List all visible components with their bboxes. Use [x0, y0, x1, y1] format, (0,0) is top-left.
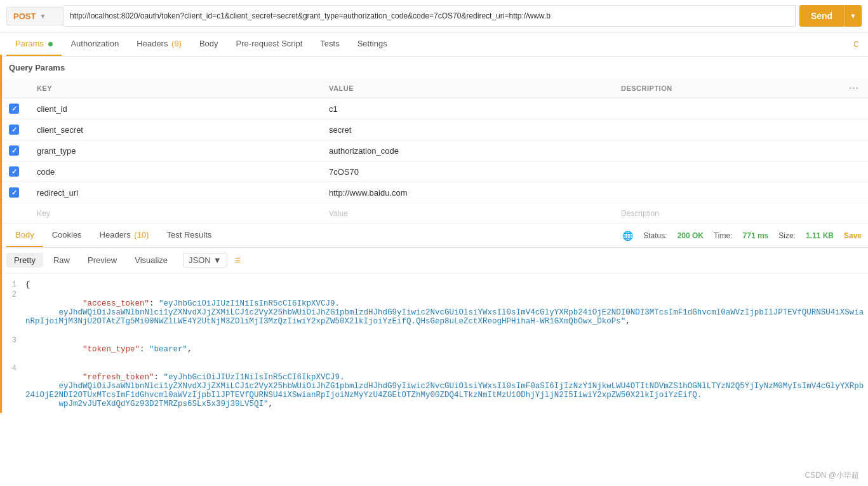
- table-row: client_secret secret: [0, 119, 868, 140]
- format-select[interactable]: JSON ▼: [183, 253, 227, 267]
- checkbox-cell-2[interactable]: [0, 140, 28, 161]
- method-select[interactable]: POST ▼: [6, 7, 63, 25]
- tab-authorization-label: Authorization: [70, 39, 119, 48]
- new-value-placeholder: Value: [329, 209, 348, 218]
- visualize-button[interactable]: Visualize: [127, 253, 175, 267]
- line-content-3: "token_type": "bearer",: [25, 336, 868, 363]
- key-cell-2[interactable]: grant_type: [28, 140, 320, 161]
- actions-cell-1: [840, 119, 868, 140]
- key-text-0: client_id: [37, 104, 67, 114]
- key-text-1: client_secret: [37, 125, 83, 135]
- tab-headers[interactable]: Headers (9): [128, 32, 190, 56]
- checkbox-cell-3[interactable]: [0, 161, 28, 182]
- globe-icon[interactable]: 🌐: [622, 231, 633, 241]
- tab-settings-label: Settings: [357, 39, 387, 48]
- value-text-4: http://www.baidu.com: [329, 188, 408, 198]
- new-desc-cell[interactable]: Description: [612, 203, 840, 224]
- value-text-0: c1: [329, 104, 338, 114]
- table-row: grant_type authorization_code: [0, 140, 868, 161]
- headers-badge: (9): [171, 39, 182, 48]
- col-desc-header: DESCRIPTION: [612, 79, 840, 98]
- tab-tests[interactable]: Tests: [311, 32, 348, 56]
- pretty-button[interactable]: Pretty: [6, 253, 43, 267]
- desc-cell-2[interactable]: [612, 140, 840, 161]
- key-cell-0[interactable]: client_id: [28, 98, 320, 119]
- code-area: 1 { 2 "access_token": "eyJhbGciOiJIUzI1N…: [0, 273, 868, 413]
- tab-body[interactable]: Body: [190, 32, 227, 56]
- checkbox-4[interactable]: [9, 187, 19, 198]
- value-cell-3[interactable]: 7cOS70: [320, 161, 612, 182]
- new-key-placeholder: Key: [37, 209, 50, 218]
- tab-right-indicator: C: [851, 34, 862, 55]
- value-cell-1[interactable]: secret: [320, 119, 612, 140]
- line-content-1: {: [25, 280, 868, 289]
- tab-settings[interactable]: Settings: [349, 32, 396, 56]
- checkbox-3[interactable]: [9, 166, 19, 177]
- format-chevron-icon: ▼: [213, 255, 222, 265]
- checkbox-cell-1[interactable]: [0, 119, 28, 140]
- col-check-header: [0, 79, 28, 98]
- preview-button[interactable]: Preview: [80, 253, 124, 267]
- tab-body-label: Body: [199, 39, 218, 48]
- tab-params[interactable]: Params: [6, 32, 62, 56]
- table-row: redirect_uri http://www.baidu.com: [0, 182, 868, 203]
- tab-prerequest-label: Pre-request Script: [236, 39, 303, 48]
- table-row: code 7cOS70: [0, 161, 868, 182]
- tab-authorization[interactable]: Authorization: [62, 32, 128, 56]
- checkbox-0[interactable]: [9, 104, 19, 114]
- line-num-4: 4: [0, 364, 25, 373]
- desc-cell-3[interactable]: [612, 161, 840, 182]
- checkbox-2[interactable]: [9, 145, 19, 156]
- key-cell-3[interactable]: code: [28, 161, 320, 182]
- params-table: KEY VALUE DESCRIPTION ··· client_id c1: [0, 79, 868, 224]
- wrap-icon[interactable]: ≡: [235, 255, 241, 266]
- value-text-1: secret: [329, 125, 351, 135]
- actions-cell-3: [840, 161, 868, 182]
- tab-prerequest[interactable]: Pre-request Script: [227, 32, 312, 56]
- key-cell-4[interactable]: redirect_uri: [28, 182, 320, 203]
- raw-button[interactable]: Raw: [46, 253, 77, 267]
- url-input[interactable]: [63, 5, 796, 27]
- new-checkbox-cell: [0, 203, 28, 224]
- new-key-cell[interactable]: Key: [28, 203, 320, 224]
- code-line-2: 2 "access_token": "eyJhbGciOiJIUzI1NiIsI…: [0, 290, 868, 335]
- actions-cell-2: [840, 140, 868, 161]
- time-label: Time:: [714, 231, 733, 240]
- value-cell-2[interactable]: authorization_code: [320, 140, 612, 161]
- desc-cell-4[interactable]: [612, 182, 840, 203]
- new-value-cell[interactable]: Value: [320, 203, 612, 224]
- left-accent: [0, 55, 2, 413]
- url-bar: POST ▼ Send ▼: [0, 0, 868, 32]
- table-row: client_id c1: [0, 98, 868, 119]
- desc-cell-1[interactable]: [612, 119, 840, 140]
- response-tab-cookies[interactable]: Cookies: [43, 224, 91, 247]
- new-param-row: Key Value Description: [0, 203, 868, 224]
- code-line-4: 4 "refresh_token": "eyJhbGciOiJIUzI1NiIs…: [0, 363, 868, 413]
- checkbox-cell-4[interactable]: [0, 182, 28, 203]
- key-text-2: grant_type: [37, 146, 76, 156]
- col-key-header: KEY: [28, 79, 320, 98]
- time-value: 771 ms: [743, 231, 769, 240]
- desc-cell-0[interactable]: [612, 98, 840, 119]
- code-line-1: 1 {: [0, 280, 868, 290]
- send-button[interactable]: Send ▼: [799, 5, 862, 27]
- col-actions-header: ···: [840, 79, 868, 98]
- response-tabs: Body Cookies Headers (10) Test Results 🌐…: [0, 224, 868, 248]
- tab-headers-label: Headers: [137, 39, 170, 48]
- value-cell-0[interactable]: c1: [320, 98, 612, 119]
- col-value-header: VALUE: [320, 79, 612, 98]
- response-tab-testresults[interactable]: Test Results: [157, 224, 220, 247]
- value-cell-4[interactable]: http://www.baidu.com: [320, 182, 612, 203]
- response-tab-headers[interactable]: Headers (10): [91, 224, 158, 247]
- more-icon[interactable]: ···: [849, 83, 859, 93]
- checkbox-cell-0[interactable]: [0, 98, 28, 119]
- response-tab-body[interactable]: Body: [6, 224, 43, 247]
- query-params-title: Query Params: [0, 57, 868, 79]
- line-num-2: 2: [0, 290, 25, 299]
- response-status-area: 🌐 Status: 200 OK Time: 771 ms Size: 1.11…: [622, 231, 862, 241]
- line-content-2: "access_token": "eyJhbGciOiJIUzI1NiIsInR…: [25, 290, 868, 335]
- key-cell-1[interactable]: client_secret: [28, 119, 320, 140]
- checkbox-1[interactable]: [9, 125, 19, 135]
- method-label: POST: [13, 11, 36, 21]
- save-link[interactable]: Save: [844, 231, 862, 240]
